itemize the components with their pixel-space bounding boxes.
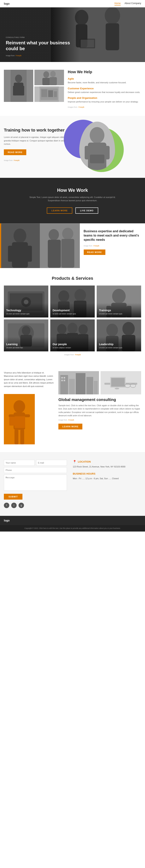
svg-point-36: [62, 227, 73, 240]
footer-location-block: 📍 LOCATION 123 Rock Street, 21 Avenue, N…: [73, 460, 141, 469]
hwh-item-agile-text: Become faster, more flexible, and intens…: [68, 81, 141, 84]
svg-rect-86: [64, 377, 65, 378]
svg-rect-10: [13, 86, 16, 95]
svg-rect-26: [105, 146, 110, 159]
expertise-read-more-button[interactable]: READ MORE: [84, 249, 105, 255]
product-card-learning[interactable]: Learning Ut enim ad minim faci: [4, 319, 48, 351]
svg-point-23: [90, 127, 104, 143]
footer-form-row-2: [4, 467, 67, 473]
gc-imgs: [59, 371, 141, 394]
training-read-more-button[interactable]: READ MORE: [4, 149, 26, 155]
hwh-img-2: [34, 70, 64, 85]
footer-copy-text: Copyright © 2023. Click here to edit thi…: [4, 527, 141, 530]
svg-rect-87: [61, 380, 63, 381]
hero-source-link[interactable]: Freepik: [16, 55, 22, 57]
hwh-item-cx-heading: Customer Experience: [68, 87, 141, 90]
svg-rect-75: [14, 429, 19, 444]
navbar: logo Home About Company: [0, 0, 145, 7]
how-we-help-section: How We Help Agile Become faster, more fl…: [0, 62, 145, 116]
global-consulting-section: Vivamus arcu felis bibendum ut tristique…: [0, 363, 145, 452]
product-card-development[interactable]: Development Ut enim ad minim veniam quis: [50, 285, 95, 317]
hwh-source-link[interactable]: Freepik: [78, 106, 84, 108]
expertise-images: [0, 223, 80, 268]
form-submit-button[interactable]: SUBMIT: [4, 494, 23, 500]
expertise-right-svg: [40, 223, 80, 268]
svg-rect-21: [54, 91, 57, 97]
products-section: Products & Services Technology Ut enim a…: [0, 268, 145, 363]
form-message-input[interactable]: [4, 474, 67, 491]
footer-hours-block: BUSINESS HOURS Mon - Fri ..... 12 p.m - …: [73, 472, 141, 480]
product-card-our-people[interactable]: Our people Ut enim adipisci veniam: [50, 319, 95, 351]
svg-rect-73: [9, 414, 14, 417]
product-name-technology: Technology: [6, 309, 46, 312]
svg-point-68: [122, 322, 135, 336]
hwh-item-cx-text: Deliver great customer experiences that …: [68, 91, 141, 94]
gc-body: Sample text. Click to select the text bo…: [59, 404, 141, 417]
nav-links: Home About Company: [114, 2, 141, 5]
svg-rect-74: [25, 414, 30, 417]
hero-source-text: Image from: [6, 55, 15, 57]
nav-link-home[interactable]: Home: [114, 2, 121, 5]
training-title: Training how to work together: [4, 127, 66, 133]
form-phone-input[interactable]: [4, 467, 67, 473]
hero-tag: CONSULTING FIRM: [6, 36, 74, 38]
product-card-technology[interactable]: Technology Ut enim ad minim veniam quis: [4, 285, 48, 317]
gc-left-text: Vivamus arcu felis bibendum ut tristique…: [4, 371, 55, 388]
hwh-img-3-svg: [34, 86, 64, 102]
svg-rect-92: [111, 378, 125, 386]
footer-hours-text: Mon - Fri ..... 12 p.m - 6 pm, Sat, Sun …: [73, 477, 141, 480]
svg-point-8: [15, 74, 22, 83]
gc-source-link[interactable]: Freepik: [68, 419, 74, 421]
svg-point-44: [59, 290, 69, 302]
live-demo-button[interactable]: LIVE DEMO: [75, 208, 98, 214]
expertise-section: Business expertise and dedicated teams t…: [0, 223, 145, 268]
expertise-source-link[interactable]: Freepik: [94, 245, 99, 247]
gc-right: Global management consulting Sample text…: [59, 371, 141, 429]
svg-rect-31: [8, 246, 13, 262]
svg-rect-14: [42, 78, 50, 85]
hwh-item-cx: Customer Experience Deliver great custom…: [68, 87, 141, 94]
nav-link-about[interactable]: About Company: [124, 2, 141, 5]
product-name-learning: Learning: [6, 343, 46, 346]
hero-section: CONSULTING FIRM Reinvent what your busin…: [0, 0, 145, 62]
footer-copyright: Copyright © 2023. Click here to edit thi…: [0, 525, 145, 532]
hwh-item-agile-heading: Agile: [68, 77, 141, 80]
hwh-img-2-svg: [34, 70, 64, 85]
how-we-work-buttons: LEARN MORE LIVE DEMO: [4, 208, 141, 214]
svg-point-66: [106, 324, 118, 337]
svg-rect-85: [61, 377, 63, 378]
svg-rect-16: [49, 77, 57, 85]
social-facebook[interactable]: f: [4, 503, 9, 508]
learn-more-button[interactable]: LEARN MORE: [47, 208, 72, 214]
footer-form-row-1: [4, 460, 67, 466]
social-instagram[interactable]: i: [11, 503, 16, 508]
product-card-trainings[interactable]: Trainings Ut enim ad minim veniam quis: [97, 285, 141, 317]
hwh-img-tall: [4, 70, 33, 102]
how-we-work-title: How We Work: [4, 187, 141, 193]
social-google[interactable]: g: [19, 503, 24, 508]
svg-rect-6: [81, 40, 94, 48]
hwh-item-agile: Agile Become faster, more flexible, and …: [68, 77, 141, 84]
product-name-leadership: Leadership: [99, 343, 139, 346]
gc-source: Image from Freepik: [59, 419, 141, 421]
footer-bottom: logo: [0, 516, 145, 525]
training-source: Image from Freepik: [4, 159, 141, 161]
svg-rect-81: [69, 379, 75, 394]
svg-rect-32: [27, 246, 32, 262]
products-source-link[interactable]: Freepik: [75, 354, 81, 355]
form-name-input[interactable]: [4, 460, 35, 466]
training-source-link[interactable]: Freepik: [14, 159, 20, 161]
product-desc-trainings: Ut enim ad minim veniam quis: [99, 313, 139, 315]
footer-logo: logo: [4, 519, 10, 522]
gc-learn-more-button[interactable]: LEARN MORE: [59, 424, 82, 429]
svg-rect-82: [76, 373, 85, 394]
product-overlay-4: Learning Ut enim ad minim faci: [4, 337, 48, 351]
product-overlay-1: Technology Ut enim ad minim veniam quis: [4, 303, 48, 317]
svg-rect-20: [48, 90, 53, 97]
svg-rect-30: [12, 242, 28, 268]
product-overlay-6: Leadership Ut enim ad minim veniam quis: [97, 337, 141, 351]
form-email-input[interactable]: [36, 460, 67, 466]
product-card-leadership[interactable]: Leadership Ut enim ad minim veniam quis: [97, 319, 141, 351]
orange-bar: [0, 223, 1, 268]
svg-point-29: [13, 228, 26, 243]
